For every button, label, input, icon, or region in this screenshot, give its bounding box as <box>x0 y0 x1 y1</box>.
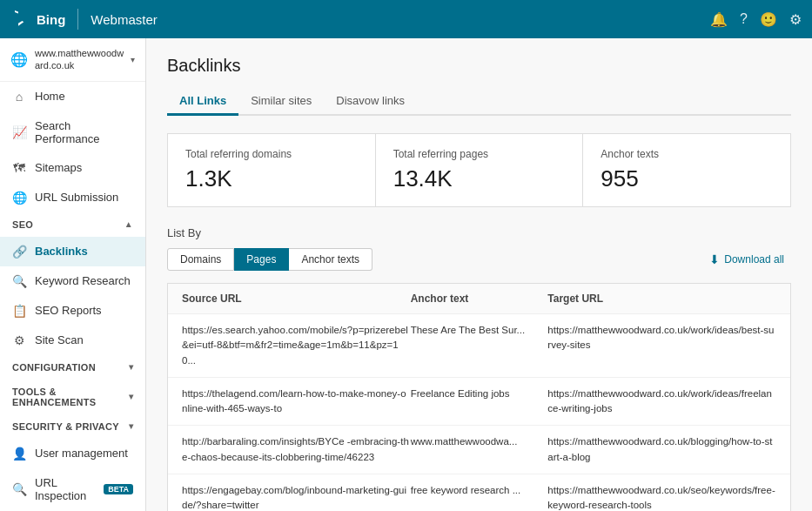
home-icon: ⌂ <box>12 90 26 104</box>
sidebar-item-home-label: Home <box>35 90 65 103</box>
sidebar: 🌐 www.matthewwoodw ard.co.uk ▾ ⌂ Home 📈 … <box>0 38 146 511</box>
sitemaps-icon: 🗺 <box>12 161 26 175</box>
sidebar-item-site-scan-label: Site Scan <box>35 333 84 346</box>
td-anchor-text-0: These Are The Best Sur... <box>411 323 548 338</box>
stat-referring-domains-label: Total referring domains <box>185 148 358 160</box>
topbar-icons: 🔔 ? 🙂 ⚙ <box>710 11 802 28</box>
td-anchor-text-2: www.matthewwoodwa... <box>411 434 548 449</box>
stat-referring-domains-value: 1.3K <box>185 165 358 192</box>
td-source-url-0: https://es.search.yahoo.com/mobile/s?p=p… <box>182 323 411 368</box>
stat-referring-pages-label: Total referring pages <box>393 148 566 160</box>
content-area: Backlinks All Links Similar sites Disavo… <box>146 38 812 511</box>
backlinks-table: Source URL Anchor text Target URL https:… <box>167 283 791 511</box>
stat-anchor-texts: Anchor texts 955 <box>583 134 790 206</box>
stat-referring-domains: Total referring domains 1.3K <box>168 134 376 206</box>
sidebar-item-seo-reports-label: SEO Reports <box>35 304 102 317</box>
td-target-url-2: https://matthewwoodward.co.uk/blogging/h… <box>547 434 776 465</box>
table-row: https://thelagend.com/learn-how-to-make-… <box>168 378 790 427</box>
list-by-label: List By <box>167 226 791 239</box>
seo-chevron-icon: ▲ <box>124 219 133 229</box>
bing-icon <box>10 9 31 30</box>
sidebar-item-home[interactable]: ⌂ Home <box>0 82 145 111</box>
smiley-icon[interactable]: 🙂 <box>760 11 777 28</box>
td-anchor-text-3: free keyword research ... <box>411 483 548 498</box>
download-all-button[interactable]: ⬇ Download all <box>702 249 791 270</box>
td-target-url-0: https://matthewwoodward.co.uk/work/ideas… <box>547 323 776 353</box>
seo-section-header[interactable]: SEO ▲ <box>0 212 145 237</box>
tab-all-links[interactable]: All Links <box>167 88 238 116</box>
security-chevron-icon: ▾ <box>129 421 133 431</box>
url-submission-icon: 🌐 <box>12 191 26 205</box>
stat-anchor-texts-label: Anchor texts <box>601 148 773 160</box>
keyword-research-icon: 🔍 <box>12 274 26 288</box>
topbar-title: Webmaster <box>91 12 157 27</box>
stat-anchor-texts-value: 955 <box>601 165 773 192</box>
sidebar-item-search-performance[interactable]: 📈 Search Performance <box>0 111 145 153</box>
td-target-url-1: https://matthewwoodward.co.uk/work/ideas… <box>547 387 776 417</box>
page-title: Backlinks <box>167 56 791 76</box>
stats-row: Total referring domains 1.3K Total refer… <box>167 133 791 207</box>
topbar: Bing Webmaster 🔔 ? 🙂 ⚙ <box>0 0 812 38</box>
sidebar-item-search-performance-label: Search Performance <box>35 119 133 145</box>
sidebar-item-url-inspection[interactable]: 🔍 URL Inspection BETA <box>0 468 145 510</box>
btn-domains[interactable]: Domains <box>167 248 234 271</box>
chevron-down-icon: ▾ <box>131 55 135 64</box>
topbar-logo: Bing <box>10 9 65 30</box>
topbar-divider <box>77 9 78 30</box>
sidebar-item-url-inspection-label: URL Inspection <box>35 476 91 502</box>
sidebar-item-url-submission[interactable]: 🌐 URL Submission <box>0 183 145 212</box>
security-section-header[interactable]: Security & Privacy ▾ <box>0 414 145 439</box>
list-by-buttons: Domains Pages Anchor texts <box>167 248 372 271</box>
url-inspection-icon: 🔍 <box>12 482 26 496</box>
tab-similar-sites[interactable]: Similar sites <box>238 88 324 116</box>
table-row: https://es.search.yahoo.com/mobile/s?p=p… <box>168 314 790 378</box>
backlinks-icon: 🔗 <box>12 245 26 259</box>
search-performance-icon: 📈 <box>12 125 26 139</box>
bell-icon[interactable]: 🔔 <box>710 11 728 28</box>
beta-badge: BETA <box>104 484 133 494</box>
stat-referring-pages: Total referring pages 13.4K <box>376 134 584 206</box>
sidebar-item-keyword-research-label: Keyword Research <box>35 274 131 287</box>
table-header: Source URL Anchor text Target URL <box>168 284 790 314</box>
sidebar-item-url-submission-label: URL Submission <box>35 191 118 204</box>
site-selector[interactable]: 🌐 www.matthewwoodw ard.co.uk ▾ <box>0 38 145 82</box>
sidebar-item-site-scan[interactable]: ⚙ Site Scan <box>0 326 145 355</box>
btn-anchor-texts[interactable]: Anchor texts <box>289 248 372 271</box>
configuration-section-header[interactable]: Configuration ▾ <box>0 355 145 380</box>
td-target-url-3: https://matthewwoodward.co.uk/seo/keywor… <box>547 483 776 511</box>
tabs-row: All Links Similar sites Disavow links <box>167 88 791 116</box>
site-url: www.matthewwoodw ard.co.uk <box>35 47 124 72</box>
sidebar-item-backlinks[interactable]: 🔗 Backlinks <box>0 237 145 266</box>
site-scan-icon: ⚙ <box>12 333 26 347</box>
tools-section-header[interactable]: Tools & Enhancements ▾ <box>0 380 145 414</box>
btn-pages[interactable]: Pages <box>234 248 289 271</box>
sidebar-item-seo-reports[interactable]: 📋 SEO Reports <box>0 296 145 326</box>
download-icon: ⬇ <box>709 252 720 266</box>
main-layout: 🌐 www.matthewwoodw ard.co.uk ▾ ⌂ Home 📈 … <box>0 38 812 511</box>
bing-logo-text: Bing <box>37 12 65 27</box>
td-source-url-1: https://thelagend.com/learn-how-to-make-… <box>182 387 411 417</box>
globe-icon: 🌐 <box>10 51 28 68</box>
sidebar-item-backlinks-label: Backlinks <box>35 245 88 258</box>
th-anchor-text: Anchor text <box>411 292 548 305</box>
tab-disavow-links[interactable]: Disavow links <box>324 88 417 116</box>
settings-icon[interactable]: ⚙ <box>789 11 802 28</box>
config-chevron-icon: ▾ <box>129 362 133 372</box>
stat-referring-pages-value: 13.4K <box>393 165 566 192</box>
table-row: https://engagebay.com/blog/inbound-marke… <box>168 474 790 511</box>
list-controls: Domains Pages Anchor texts ⬇ Download al… <box>167 248 791 271</box>
help-icon[interactable]: ? <box>740 11 748 27</box>
sidebar-item-sitemaps-label: Sitemaps <box>35 161 82 174</box>
table-row: http://barbaraling.com/insights/BYCe -em… <box>168 426 790 474</box>
td-source-url-3: https://engagebay.com/blog/inbound-marke… <box>182 483 411 511</box>
user-management-icon: 👤 <box>12 447 26 461</box>
seo-reports-icon: 📋 <box>12 304 26 318</box>
th-source-url: Source URL <box>182 292 411 305</box>
sidebar-item-sitemaps[interactable]: 🗺 Sitemaps <box>0 153 145 183</box>
td-source-url-2: http://barbaraling.com/insights/BYCe -em… <box>182 434 411 465</box>
sidebar-item-keyword-research[interactable]: 🔍 Keyword Research <box>0 266 145 296</box>
th-target-url: Target URL <box>547 292 776 305</box>
tools-chevron-icon: ▾ <box>129 392 133 401</box>
sidebar-item-user-management[interactable]: 👤 User management <box>0 439 145 468</box>
sidebar-item-user-management-label: User management <box>35 447 128 460</box>
